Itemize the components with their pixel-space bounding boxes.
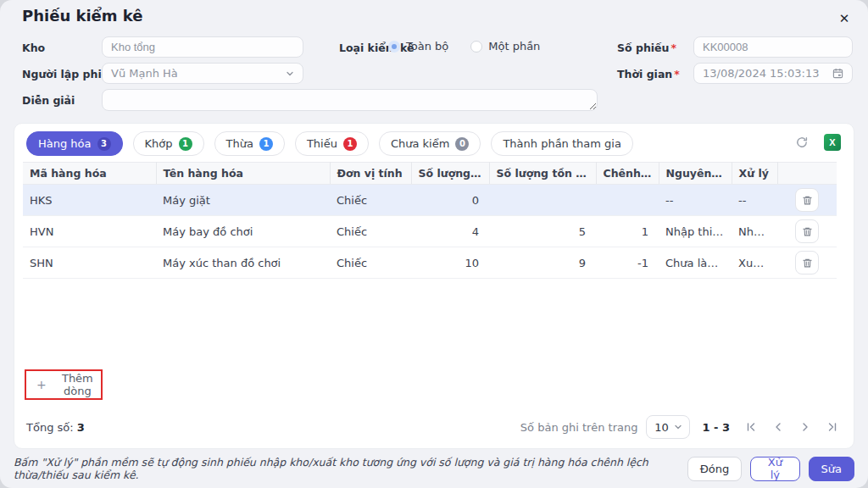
page-range: 1 - 3 — [702, 421, 730, 434]
col-so-luong-ton-thuc-te: Số lượng tồn thực tế — [489, 163, 596, 185]
tab-bar: Hàng hóa 3 Khớp 1 Thừa 1 Thiếu 1 Chưa ki… — [26, 131, 633, 156]
prev-page-icon[interactable] — [769, 418, 787, 436]
radio-mot-phan[interactable]: Một phần — [470, 40, 540, 53]
loai-kiem-ke-radio-group: Toàn bộ Một phần — [388, 40, 540, 53]
so-phieu-label: Số phiếu* — [617, 42, 676, 54]
annotation-highlight-box: + Thêm dòng — [25, 369, 103, 400]
col-chenh-lech: Chênh lệch — [596, 163, 659, 185]
tab-thanh-phan-tham-gia[interactable]: Thành phần tham gia — [491, 131, 633, 156]
col-nguyen-nhan: Nguyên nhân — [659, 163, 732, 185]
delete-row-icon[interactable] — [795, 188, 819, 212]
page-title: Phiếu kiểm kê — [22, 7, 143, 25]
dien-giai-label: Diễn giải — [22, 94, 75, 107]
tab-badge: 1 — [179, 137, 192, 151]
col-ma-hang-hoa: Mã hàng hóa — [23, 163, 156, 185]
edit-button[interactable]: Sửa — [809, 457, 854, 481]
radio-toan-bo-label: Toàn bộ — [406, 40, 448, 53]
chevron-down-icon — [674, 423, 682, 431]
total-count: Tổng số: 3 — [26, 421, 85, 434]
first-page-icon[interactable] — [742, 418, 760, 436]
process-hint-text: Bấm "Xử lý" phần mềm sẽ tự động sinh phi… — [14, 456, 676, 481]
items-card: Hàng hóa 3 Khớp 1 Thừa 1 Thiếu 1 Chưa ki… — [14, 123, 854, 449]
tab-badge: 0 — [455, 137, 469, 151]
table-row[interactable]: HVN Máy bay đồ chơi Chiếc 4 5 1 Nhập thi… — [23, 216, 837, 247]
thoi-gian-label: Thời gian* — [617, 68, 680, 80]
table-toolbar: X — [793, 133, 842, 152]
inventory-check-dialog: Phiếu kiểm kê ✕ Kho Loại kiểm kê Toàn bộ… — [0, 0, 868, 488]
tab-khop[interactable]: Khớp 1 — [133, 131, 204, 156]
kho-label: Kho — [22, 42, 45, 54]
col-ten-hang-hoa: Tên hàng hóa — [156, 163, 330, 185]
tab-thua[interactable]: Thừa 1 — [214, 131, 285, 156]
tab-chua-kiem[interactable]: Chưa kiểm 0 — [379, 131, 481, 156]
plus-icon: + — [36, 379, 47, 391]
tab-badge: 1 — [343, 137, 357, 151]
nguoi-lap-phieu-value: Vũ Mạnh Hà — [111, 67, 178, 80]
dien-giai-textarea[interactable] — [102, 89, 598, 111]
close-button[interactable]: Đóng — [687, 457, 743, 481]
table-header-row: Mã hàng hóa Tên hàng hóa Đơn vị tính Số … — [23, 163, 837, 185]
calendar-icon — [832, 68, 843, 79]
delete-row-icon[interactable] — [795, 219, 819, 243]
nguoi-lap-phieu-select[interactable]: Vũ Mạnh Hà — [102, 63, 303, 84]
table-footer: Tổng số: 3 Số bản ghi trên trang 10 1 - … — [26, 415, 842, 439]
thoi-gian-value: 13/08/2024 15:03:13 — [703, 67, 819, 80]
radio-unselected-icon — [470, 41, 482, 53]
refresh-icon[interactable] — [793, 133, 811, 152]
add-row-button[interactable]: + Thêm dòng — [26, 372, 101, 397]
last-page-icon[interactable] — [823, 418, 842, 436]
radio-toan-bo[interactable]: Toàn bộ — [388, 40, 448, 53]
next-page-icon[interactable] — [796, 418, 815, 436]
items-table: Mã hàng hóa Tên hàng hóa Đơn vị tính Số … — [23, 162, 837, 279]
table-row[interactable]: HKS Máy giặt Chiếc 0 -- -- — [23, 185, 837, 216]
radio-selected-icon — [388, 41, 400, 53]
chevron-down-icon — [286, 69, 294, 78]
per-page-select[interactable]: 10 — [646, 415, 690, 439]
col-so-luong-ton-kho: Số lượng tồn kho — [411, 163, 489, 185]
tab-badge: 3 — [97, 137, 111, 151]
delete-row-icon[interactable] — [795, 251, 819, 274]
tab-hang-hoa[interactable]: Hàng hóa 3 — [26, 131, 123, 156]
pagination: Số bản ghi trên trang 10 1 - 3 — [520, 415, 842, 439]
col-actions — [777, 163, 837, 185]
kho-input[interactable] — [102, 36, 303, 58]
per-page-label: Số bản ghi trên trang — [520, 421, 638, 434]
tab-thieu[interactable]: Thiếu 1 — [295, 131, 369, 156]
col-xu-ly: Xử lý — [732, 163, 777, 185]
tab-badge: 1 — [259, 137, 273, 151]
col-don-vi-tinh: Đơn vị tính — [330, 163, 411, 185]
close-icon[interactable]: ✕ — [836, 10, 853, 27]
radio-mot-phan-label: Một phần — [488, 40, 540, 53]
export-excel-icon[interactable]: X — [823, 133, 842, 152]
dialog-footer: Bấm "Xử lý" phần mềm sẽ tự động sinh phi… — [0, 449, 868, 488]
thoi-gian-input[interactable]: 13/08/2024 15:03:13 — [693, 63, 853, 84]
table-row[interactable]: SHN Máy xúc than đồ chơi Chiếc 10 9 -1 C… — [23, 247, 837, 279]
so-phieu-input[interactable] — [693, 36, 853, 58]
process-button[interactable]: Xử lý — [750, 457, 799, 481]
